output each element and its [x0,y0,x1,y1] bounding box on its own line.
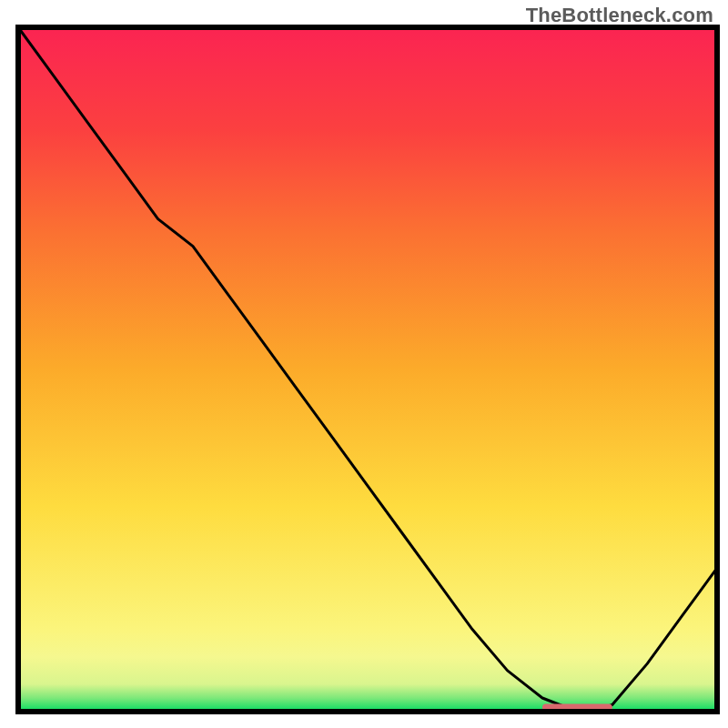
bottleneck-chart [0,0,728,728]
chart-container: TheBottleneck.com [0,0,728,728]
plot-background [18,27,717,712]
